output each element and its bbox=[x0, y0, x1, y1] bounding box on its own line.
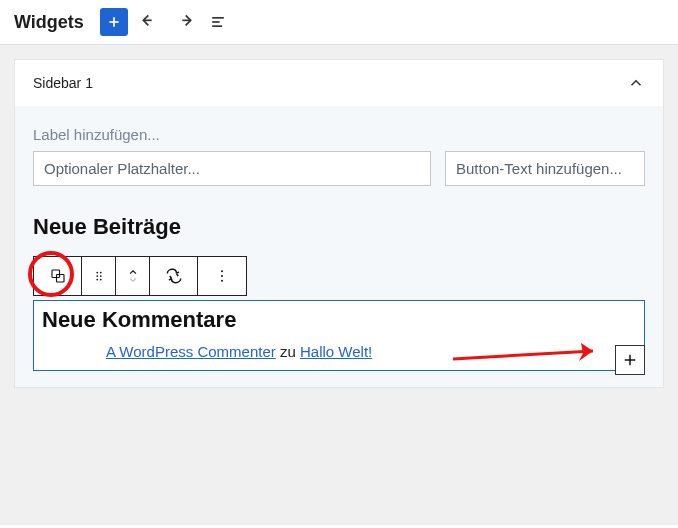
redo-icon bbox=[174, 12, 194, 32]
add-block-button[interactable] bbox=[100, 8, 128, 36]
editor-topbar: Widgets bbox=[0, 0, 678, 45]
widget-area-header[interactable]: Sidebar 1 bbox=[15, 60, 663, 106]
widget-area-title: Sidebar 1 bbox=[33, 75, 93, 91]
svg-rect-5 bbox=[52, 270, 60, 278]
list-view-button[interactable] bbox=[206, 10, 230, 34]
comment-on-text: zu bbox=[276, 343, 300, 360]
group-icon bbox=[49, 267, 67, 285]
block-toolbar bbox=[33, 256, 247, 296]
move-block-button[interactable] bbox=[116, 257, 150, 295]
drag-handle[interactable] bbox=[82, 257, 116, 295]
area-add-block-button[interactable] bbox=[615, 345, 645, 375]
search-widget-row: Optionaler Platzhalter... Button-Text hi… bbox=[33, 151, 645, 186]
transform-icon bbox=[164, 266, 184, 286]
comment-author-link[interactable]: A WordPress Commenter bbox=[106, 343, 276, 360]
svg-point-8 bbox=[99, 272, 101, 274]
group-block-button[interactable] bbox=[34, 257, 82, 295]
svg-point-7 bbox=[96, 272, 98, 274]
widget-area-body: Label hinzufügen... Optionaler Platzhalt… bbox=[15, 106, 663, 387]
svg-point-12 bbox=[99, 279, 101, 281]
redo-button[interactable] bbox=[172, 10, 196, 34]
page-title: Widgets bbox=[14, 12, 84, 33]
widget-area-panel: Sidebar 1 Label hinzufügen... Optionaler… bbox=[14, 59, 664, 388]
svg-point-11 bbox=[96, 279, 98, 281]
list-icon bbox=[208, 12, 228, 32]
undo-button[interactable] bbox=[138, 10, 162, 34]
placeholder-input[interactable]: Optionaler Platzhalter... bbox=[33, 151, 431, 186]
recent-posts-heading[interactable]: Neue Beiträge bbox=[33, 214, 645, 240]
svg-point-10 bbox=[99, 275, 101, 277]
transform-block-button[interactable] bbox=[150, 257, 198, 295]
editor-canvas: Sidebar 1 Label hinzufügen... Optionaler… bbox=[0, 45, 678, 525]
button-text-input[interactable]: Button-Text hinzufügen... bbox=[445, 151, 645, 186]
move-icon bbox=[126, 267, 140, 285]
label-prompt[interactable]: Label hinzufügen... bbox=[33, 126, 645, 143]
chevron-up-icon bbox=[627, 74, 645, 92]
block-more-options-button[interactable] bbox=[198, 257, 246, 295]
undo-icon bbox=[140, 12, 160, 32]
more-vertical-icon bbox=[214, 268, 230, 284]
recent-comments-heading[interactable]: Neue Kommentare bbox=[42, 307, 636, 333]
recent-comments-block[interactable]: Neue Kommentare A WordPress Commenter zu… bbox=[33, 300, 645, 371]
svg-point-13 bbox=[221, 270, 223, 272]
svg-point-14 bbox=[221, 275, 223, 277]
svg-point-9 bbox=[96, 275, 98, 277]
plus-icon bbox=[621, 351, 639, 369]
drag-icon bbox=[92, 269, 106, 283]
comment-list-item: A WordPress Commenter zu Hallo Welt! bbox=[42, 343, 636, 360]
svg-point-15 bbox=[221, 280, 223, 282]
comment-post-link[interactable]: Hallo Welt! bbox=[300, 343, 372, 360]
plus-icon bbox=[106, 14, 122, 30]
svg-rect-6 bbox=[56, 275, 64, 283]
